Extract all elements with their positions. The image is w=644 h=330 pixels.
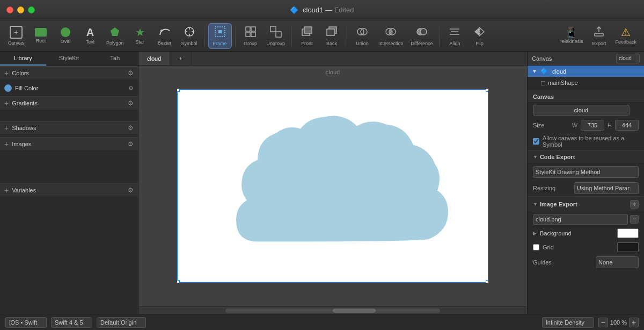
toolbar-rect[interactable]: Rect [29,26,53,46]
toolbar-ungroup[interactable]: Ungroup [264,24,289,48]
toolbar-oval[interactable]: Oval [54,25,77,46]
layer-shape-icon: ◻ [540,79,546,87]
fullscreen-button[interactable] [28,6,35,13]
background-row[interactable]: ▶ Background [528,226,644,240]
gradients-label: Gradients [12,100,128,106]
toolbar-export[interactable]: Export [587,24,611,48]
svg-rect-9 [270,26,276,32]
tab-library[interactable]: Library [0,52,46,66]
toolbar-text[interactable]: A Text [78,25,102,47]
right-panel: Canvas cloud ▼ 🔷 cloud ◻ mainShape Canva… [527,52,644,314]
toolbar-align[interactable]: Align [443,24,466,48]
cloud-shape[interactable] [204,102,462,270]
canvas-area[interactable]: cloud [138,66,527,306]
images-label: Images [12,141,128,147]
width-input[interactable] [581,120,604,131]
title-separator: — [325,6,334,14]
toolbar-feedback[interactable]: ⚠ Feedback [612,25,640,47]
feedback-label: Feedback [615,39,636,45]
svg-point-1 [160,30,163,32]
svg-marker-0 [111,27,119,36]
images-section-header[interactable]: + Images ⚙ [0,137,138,151]
grid-checkbox[interactable] [533,244,539,250]
canvas-tab-cloud[interactable]: cloud [138,52,170,65]
text-icon: A [86,27,94,38]
rect-icon [35,28,47,37]
toolbar-polygon[interactable]: Polygon [103,24,127,48]
w-label: W [572,122,577,128]
guides-select[interactable]: None [596,256,639,268]
toolbar-frame[interactable]: Frame [208,23,232,49]
toolbar-canvas[interactable]: + Canvas [4,24,28,48]
variables-section-header[interactable]: + Variables ⚙ [0,183,138,197]
canvas-name-row [528,103,644,118]
method-select[interactable]: StyleKit Drawing Method [533,166,639,178]
flip-label: Flip [475,41,484,46]
toolbar-telekinesis[interactable]: 📱 Telekinesis [556,25,586,46]
shadows-section-header[interactable]: + Shadows ⚙ [0,121,138,135]
grid-label: Grid [543,244,614,250]
image-export-plus-button[interactable]: + [630,200,639,209]
image-export-header[interactable]: ▼ Image Export + [528,196,644,212]
density-select[interactable]: Infinite Density [542,317,594,328]
toolbar-group[interactable]: Group [239,24,262,48]
union-label: Union [356,41,369,46]
background-label: Background [540,230,614,236]
scrollbar-thumb[interactable] [333,309,376,313]
difference-icon [416,26,428,39]
drawing-canvas [177,89,488,283]
zoom-minus-button[interactable]: − [598,318,608,327]
grid-color-swatch[interactable] [617,242,639,252]
window-title: 🔷 cloud1 — Edited [290,6,354,14]
zoom-controls: − 100 % + [598,318,639,327]
fill-color-label: Fill Color [15,85,128,91]
handle-bottom-left[interactable] [177,280,180,283]
handle-top-right[interactable] [486,89,488,92]
fill-color-item[interactable]: Fill Color ⚙ [4,82,134,94]
toolbar-front[interactable]: Front [295,24,319,48]
h-label: H [608,122,612,128]
platform-select[interactable]: iOS • Swift [5,317,47,328]
export-remove-button[interactable]: − [630,215,639,224]
resizing-select[interactable]: Using Method Parameters [574,182,639,194]
toolbar-bezier[interactable]: Bezier [153,24,177,48]
colors-section-header[interactable]: + Colors ⚙ [0,66,138,80]
handle-bottom-right[interactable] [486,280,488,283]
align-label: Align [449,41,460,46]
svg-rect-6 [251,27,255,31]
symbol-checkbox-label: Allow canvas to be reused as a Symbol [543,135,639,148]
tab-stylekit[interactable]: StyleKit [46,52,92,66]
canvas-select[interactable]: cloud [616,54,640,63]
back-icon [326,26,338,39]
zoom-plus-button[interactable]: + [629,318,639,327]
code-export-header[interactable]: ▼ Code Export [528,150,644,164]
canvas-tabs: cloud + [138,52,527,66]
toolbar-flip[interactable]: Flip [467,24,491,48]
group-label: Group [244,41,257,46]
svg-rect-5 [246,27,250,31]
toolbar-back[interactable]: Back [320,24,343,48]
minimize-button[interactable] [17,6,24,13]
ungroup-icon [270,26,282,39]
traffic-lights [6,6,35,13]
height-input[interactable] [615,120,639,131]
swift-version-select[interactable]: Swift 4 & 5 [51,317,92,328]
tab-tab[interactable]: Tab [92,52,138,66]
handle-top-left[interactable] [177,89,180,92]
layer-item-cloud[interactable]: ▼ 🔷 cloud [528,66,644,77]
background-color-swatch[interactable] [617,228,639,238]
export-filename-input[interactable] [533,214,628,225]
canvas-tab-add[interactable]: + [170,52,191,65]
gradients-section-header[interactable]: + Gradients ⚙ [0,96,138,110]
layer-item-mainshape[interactable]: ◻ mainShape [528,77,644,89]
toolbar-difference[interactable]: Difference [408,24,436,48]
symbol-checkbox[interactable] [533,138,539,145]
intersection-label: Intersection [378,41,404,46]
toolbar-intersection[interactable]: Intersection [375,24,407,48]
origin-select[interactable]: Default Origin [97,317,146,328]
close-button[interactable] [6,6,13,13]
toolbar-symbol[interactable]: Symbol [178,24,201,48]
toolbar-star[interactable]: ★ Star [128,25,152,47]
toolbar-union[interactable]: Union [350,24,374,48]
canvas-name-input[interactable] [533,105,630,116]
